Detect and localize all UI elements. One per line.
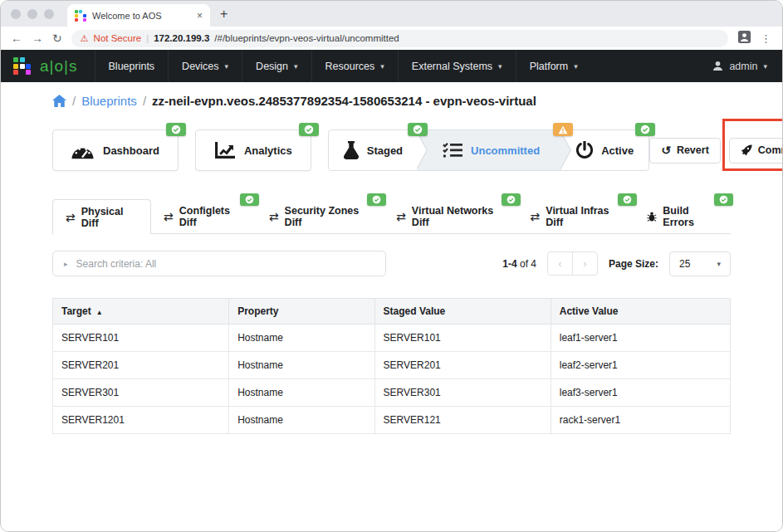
property-cell: Hostname <box>229 379 374 407</box>
tab-active[interactable]: Active <box>561 130 648 170</box>
nav-item-platform[interactable]: Platform ▾ <box>516 50 591 82</box>
sort-asc-icon: ▲ <box>96 309 103 316</box>
browser-menu-icon[interactable]: ⋮ <box>761 32 772 45</box>
tab-dashboard[interactable]: Dashboard <box>52 129 179 171</box>
dashboard-gauge-icon <box>71 142 94 159</box>
browser-tab[interactable]: Welcome to AOS × <box>67 4 210 27</box>
property-cell: Hostname <box>229 325 374 352</box>
chevron-down-icon: ▾ <box>225 62 229 71</box>
chevron-down-icon: ▾ <box>294 62 298 71</box>
tab-analytics[interactable]: Analytics <box>195 129 311 171</box>
back-icon[interactable]: ← <box>11 32 22 45</box>
revert-button[interactable]: ↺ Revert <box>649 138 721 164</box>
subtab-security-zones-diff[interactable]: ⇄ Security Zones Diff <box>257 200 384 233</box>
window-minimize-button[interactable] <box>27 9 37 19</box>
chevron-separator <box>560 130 571 170</box>
analytics-chart-icon <box>214 142 235 159</box>
target-link[interactable]: SERVER1201 <box>53 407 229 434</box>
forward-icon[interactable]: → <box>32 32 43 45</box>
blueprint-tabs: Dashboard Analytics <box>52 129 731 171</box>
url-path: /#/blueprints/evpn-veos-virtual/uncommit… <box>214 33 399 43</box>
physical-diff-table: Target▲ Property Staged Value Active Val… <box>52 298 731 434</box>
search-criteria-expander[interactable]: ▸ Search criteria: All <box>52 251 386 276</box>
tab-label: Staged <box>367 144 403 157</box>
nav-item-external-systems[interactable]: External Systems ▾ <box>398 50 516 82</box>
window-zoom-button[interactable] <box>44 9 54 19</box>
table-row: SERVER101 Hostname SERVER101 leaf1-serve… <box>53 325 731 352</box>
staged-value-cell: SERVER201 <box>374 352 551 379</box>
subtab-virtual-networks-diff[interactable]: ⇄ Virtual Networks Diff <box>384 200 517 233</box>
nav-item-resources[interactable]: Resources ▾ <box>311 50 398 82</box>
staged-value-cell: SERVER101 <box>374 325 551 352</box>
subtab-virtual-infras-diff[interactable]: ⇄ Virtual Infras Diff <box>518 200 635 233</box>
active-value-cell: leaf3-server1 <box>551 379 730 407</box>
subtab-build-errors[interactable]: Build Errors <box>634 200 731 233</box>
active-value-cell: leaf1-server1 <box>551 325 730 352</box>
user-label: admin <box>729 61 757 72</box>
table-row: SERVER1201 Hostname SERVER121 rack1-serv… <box>53 407 731 434</box>
target-link[interactable]: SERVER101 <box>53 325 229 352</box>
check-circle-icon <box>507 195 516 204</box>
breadcrumb-blueprints-link[interactable]: Blueprints <box>81 94 137 108</box>
undo-icon: ↺ <box>661 144 671 157</box>
nav-item-blueprints[interactable]: Blueprints <box>95 50 169 82</box>
table-row: SERVER201 Hostname SERVER201 leaf2-serve… <box>53 352 731 379</box>
check-circle-icon <box>304 124 314 134</box>
tab-close-icon[interactable]: × <box>197 10 203 22</box>
tab-uncommitted[interactable]: Uncommitted <box>418 130 561 170</box>
commit-button[interactable]: Commit <box>729 138 783 164</box>
page-content: / Blueprints / zz-neil-evpn.veos.2485377… <box>1 82 782 531</box>
column-label: Active Value <box>560 305 619 317</box>
diff-icon: ⇄ <box>396 210 406 223</box>
page-size-select[interactable]: 25 ▾ <box>669 251 731 276</box>
user-menu[interactable]: admin ▾ <box>697 50 782 82</box>
tab-staged[interactable]: Staged <box>329 130 418 170</box>
aos-logo[interactable]: a|o|s <box>1 50 95 82</box>
browser-profile-icon[interactable] <box>737 30 751 47</box>
column-header-property[interactable]: Property <box>229 299 374 325</box>
column-header-target[interactable]: Target▲ <box>53 299 229 325</box>
nav-item-label: Blueprints <box>109 61 155 72</box>
window-close-button[interactable] <box>11 9 21 19</box>
nav-item-design[interactable]: Design ▾ <box>242 50 311 82</box>
column-header-staged-value[interactable]: Staged Value <box>374 299 551 325</box>
nav-item-devices[interactable]: Devices ▾ <box>168 50 242 82</box>
column-label: Target <box>61 305 91 317</box>
breadcrumb-separator: / <box>143 94 146 108</box>
success-badge <box>166 123 186 136</box>
tab-label: Dashboard <box>103 144 159 157</box>
app-navbar: a|o|s Blueprints Devices ▾ Design ▾ Reso… <box>1 50 782 82</box>
person-icon <box>712 61 723 71</box>
chevron-down-icon: ▾ <box>717 260 721 268</box>
tab-label: Active <box>601 144 634 157</box>
aos-wordmark: a|o|s <box>40 57 78 76</box>
new-tab-button[interactable]: + <box>220 7 228 22</box>
reload-icon[interactable]: ↻ <box>52 32 62 45</box>
nav-item-label: Devices <box>182 61 218 72</box>
table-header-row: Target▲ Property Staged Value Active Val… <box>53 299 731 325</box>
flask-icon <box>344 141 359 159</box>
subtab-physical-diff[interactable]: ⇄ Physical Diff <box>52 199 151 234</box>
pagination-range-bold: 1-4 <box>502 258 516 270</box>
subtab-configlets-diff[interactable]: ⇄ Configlets Diff <box>151 200 257 233</box>
column-header-active-value[interactable]: Active Value <box>551 299 730 325</box>
revert-label: Revert <box>677 144 709 156</box>
target-link[interactable]: SERVER301 <box>53 379 229 407</box>
target-link[interactable]: SERVER201 <box>53 352 229 379</box>
diff-icon: ⇄ <box>66 211 76 224</box>
subtab-label: Configlets Diff <box>179 205 244 228</box>
warning-badge <box>553 123 573 136</box>
next-page-button[interactable]: › <box>572 251 598 276</box>
commit-label: Commit <box>758 144 783 156</box>
address-bar[interactable]: ⚠ Not Secure | 172.20.199.3 /#/blueprint… <box>71 30 728 47</box>
not-secure-label: Not Secure <box>94 33 142 43</box>
table-row: SERVER301 Hostname SERVER301 leaf3-serve… <box>53 379 731 407</box>
prev-page-button[interactable]: ‹ <box>547 251 573 276</box>
success-badge <box>635 123 655 136</box>
subtab-label: Virtual Infras Diff <box>546 205 622 228</box>
home-icon[interactable] <box>52 95 66 107</box>
nav-item-label: External Systems <box>412 61 492 72</box>
breadcrumb: / Blueprints / zz-neil-evpn.veos.2485377… <box>52 94 731 108</box>
commit-actions: ↺ Revert Commit <box>649 138 783 164</box>
tab-label: Uncommitted <box>471 144 540 157</box>
